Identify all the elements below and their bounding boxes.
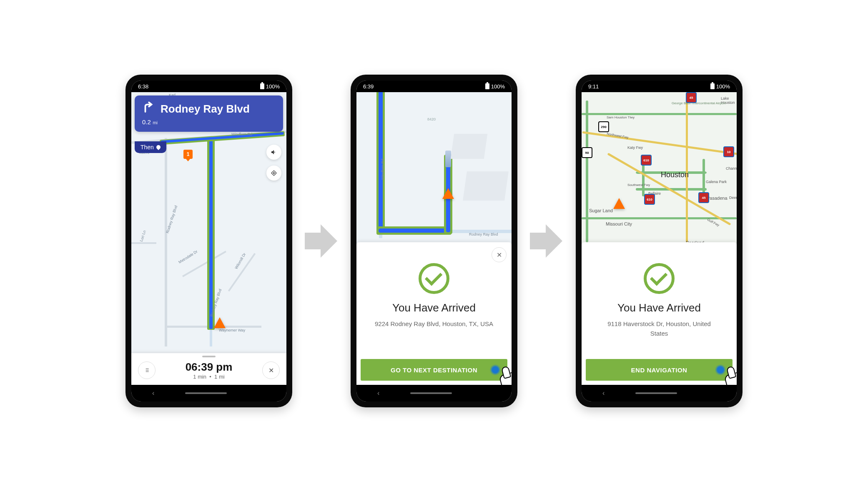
close-eta-button[interactable]: ✕ (262, 362, 280, 379)
battery-icon (260, 83, 264, 89)
map-content[interactable]: Windfern Rd Rodney Ray Blvd 8420 9224 ✕ … (356, 92, 512, 385)
crosshair-icon (271, 170, 277, 176)
stop-marker[interactable]: 1 (183, 150, 193, 159)
then-badge[interactable]: Then (135, 141, 166, 153)
city-label: Pasadena (707, 196, 728, 201)
destination-marker (445, 151, 451, 167)
tap-finger-icon (722, 367, 737, 385)
map-label: George Bush Intercontinental Airport (672, 101, 725, 105)
screen-1: 6:38 100% Windfern Rd Rodney Ray Blvd Wi… (131, 80, 286, 402)
next-destination-button[interactable]: GO TO NEXT DESTINATION (361, 359, 507, 381)
home-pill[interactable] (410, 392, 452, 394)
status-time: 6:38 (138, 83, 148, 90)
close-card-button[interactable]: ✕ (492, 247, 507, 262)
road-label: Windfern Rd (231, 132, 252, 136)
map-label: Sam Houston Tlwy (607, 115, 635, 119)
status-bar: 6:39 100% (356, 80, 512, 92)
eta-details: 1 min • 1 mi (162, 374, 256, 380)
instruction-road: Rodney Ray Blvd (161, 103, 250, 115)
back-button[interactable]: ‹ (152, 389, 154, 397)
hwy-shield: 290 (598, 121, 609, 132)
hwy-shield: 90 (582, 147, 592, 158)
addr-label: 8420 (427, 117, 436, 121)
hwy-shield: 610 (641, 155, 652, 166)
android-nav-bar: ‹ (131, 385, 286, 402)
status-bar: 9:11 100% (582, 80, 737, 92)
road-label: Waynemer Way (219, 328, 245, 332)
road-label: Metrodale Dr (178, 249, 198, 264)
location-arrow-icon (613, 198, 625, 209)
back-button[interactable]: ‹ (377, 389, 379, 397)
android-nav-bar: ‹ (356, 385, 512, 402)
phone-frame-3: 9:11 100% Houston Pasadena Pearland Miss… (576, 75, 743, 407)
location-arrow-icon (214, 317, 226, 328)
drag-handle-icon[interactable] (202, 356, 216, 357)
map-background: Windfern Rd Rodney Ray Blvd Wilomill Dr … (131, 92, 286, 385)
map-content[interactable]: Windfern Rd Rodney Ray Blvd Wilomill Dr … (131, 92, 286, 385)
arrival-card: ✕ You Have Arrived 9224 Rodney Ray Blvd,… (356, 242, 512, 385)
arrival-card: You Have Arrived 9118 Haverstock Dr, Hou… (582, 242, 737, 385)
status-bar: 6:38 100% (131, 80, 286, 92)
success-check-icon (644, 263, 675, 294)
city-label: Deer (729, 196, 737, 200)
pin-icon (156, 144, 161, 150)
arrival-address: 9224 Rodney Ray Blvd, Houston, TX, USA (358, 319, 510, 329)
road-label: Lori Ln (139, 230, 147, 242)
svg-point-1 (273, 173, 275, 174)
map-content[interactable]: Houston Pasadena Pearland Missouri City … (582, 92, 737, 385)
end-navigation-button[interactable]: END NAVIGATION (586, 359, 733, 381)
battery-icon (485, 83, 489, 89)
city-label: Sugar Land (589, 208, 613, 213)
instruction-panel[interactable]: Rodney Ray Blvd 0.2 mi (135, 95, 283, 132)
directions-list-button[interactable] (138, 362, 156, 379)
recenter-button[interactable] (266, 166, 281, 181)
list-icon (143, 367, 150, 373)
success-check-icon (419, 263, 449, 294)
eta-bar[interactable]: 06:39 pm 1 min • 1 mi ✕ (131, 353, 286, 385)
battery-icon (710, 83, 715, 89)
sound-button[interactable] (266, 145, 281, 160)
flow-arrow-icon (305, 224, 338, 258)
status-time: 6:39 (363, 83, 374, 90)
tap-finger-icon (497, 367, 512, 385)
city-label: Katy Fwy (627, 146, 643, 150)
arrival-address: 9118 Haverstock Dr, Houston, United Stat… (582, 319, 737, 338)
flow-arrow-icon (530, 224, 563, 258)
hwy-shield: 610 (644, 194, 655, 205)
eta-time: 06:39 pm (162, 361, 256, 374)
turn-right-icon (142, 101, 155, 117)
instruction-unit: mi (153, 120, 158, 125)
battery-pct: 100% (491, 83, 505, 90)
status-time: 9:11 (588, 83, 599, 90)
city-label: Missouri City (606, 221, 632, 226)
back-button[interactable]: ‹ (602, 389, 605, 397)
android-nav-bar: ‹ (582, 385, 737, 402)
arrival-title: You Have Arrived (392, 301, 476, 314)
city-label: Houston (661, 171, 689, 179)
road-label: Windfern Rd (381, 159, 385, 180)
map-label: Northwest Fwy (607, 132, 629, 139)
speaker-icon (271, 149, 277, 156)
city-label: Channel (726, 166, 737, 171)
close-icon: ✕ (497, 251, 502, 259)
battery-pct: 100% (266, 83, 280, 90)
phone-frame-1: 6:38 100% Windfern Rd Rodney Ray Blvd Wi… (125, 75, 292, 407)
home-pill[interactable] (185, 392, 227, 394)
battery-pct: 100% (716, 83, 730, 90)
city-label: Galena Park (706, 180, 727, 184)
arrival-title: You Have Arrived (617, 301, 701, 314)
road-label: Rodney Ray Blvd (469, 232, 498, 236)
home-pill[interactable] (635, 392, 677, 394)
hwy-shield: 45 (698, 192, 709, 203)
instruction-distance: 0.2 (142, 118, 151, 126)
phone-frame-2: 6:39 100% Windfern Rd Rodney Ray Blvd 84… (351, 75, 517, 407)
screen-3: 9:11 100% Houston Pasadena Pearland Miss… (582, 80, 737, 402)
hwy-shield: 10 (723, 146, 734, 157)
location-arrow-icon (442, 188, 454, 199)
map-label: Southwest Fwy (627, 183, 650, 187)
hwy-shield: 45 (686, 92, 697, 103)
close-icon: ✕ (268, 367, 274, 374)
screen-2: 6:39 100% Windfern Rd Rodney Ray Blvd 84… (356, 80, 512, 402)
